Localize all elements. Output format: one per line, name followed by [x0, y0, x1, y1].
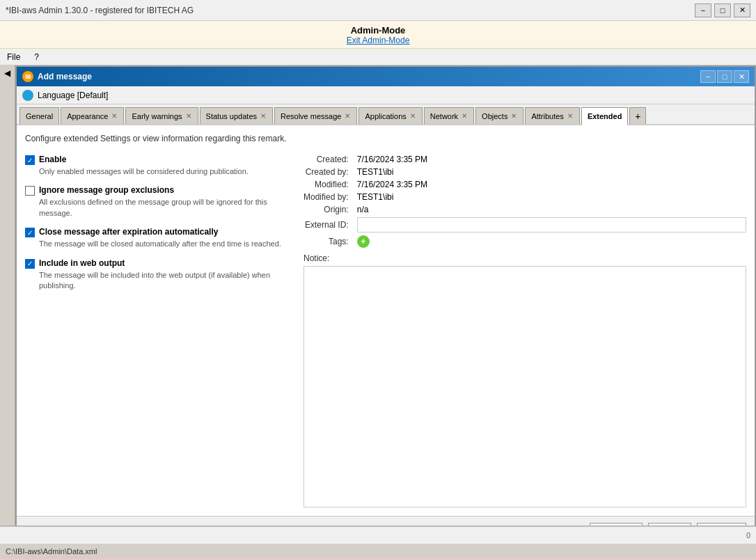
add-tag-button[interactable]: +: [357, 235, 370, 248]
tab-appearance-label: Appearance: [67, 112, 108, 120]
origin-label: Origin:: [304, 205, 349, 214]
tab-attributes-label: Attributes: [531, 112, 563, 120]
tab-objects-label: Objects: [482, 112, 507, 120]
external-id-input[interactable]: [357, 217, 746, 233]
close-expiration-checkbox[interactable]: [25, 228, 35, 237]
include-web-group: Include in web output The message will b…: [25, 258, 290, 292]
tab-early-warnings-label: Early warnings: [132, 112, 182, 120]
enable-checkbox[interactable]: [25, 155, 35, 165]
title-bar-text: *IBI-aws Admin 1.30.0 - registered for I…: [6, 6, 194, 15]
tab-resolve-message-label: Resolve message: [281, 112, 341, 120]
tab-early-warnings[interactable]: Early warnings ✕: [125, 107, 198, 124]
tab-network[interactable]: Network ✕: [424, 107, 474, 124]
include-web-label: Include in web output: [39, 258, 125, 268]
dialog-maximize-button[interactable]: □: [717, 70, 732, 83]
tab-applications[interactable]: Applications ✕: [359, 107, 422, 124]
admin-mode-title: Admin-Mode: [0, 25, 756, 36]
tab-applications-close[interactable]: ✕: [409, 112, 416, 120]
close-expiration-row: Close message after expiration automatic…: [25, 227, 290, 237]
language-text: Language [Default]: [38, 90, 108, 100]
tab-status-updates[interactable]: Status updates ✕: [200, 107, 273, 124]
tab-objects-close[interactable]: ✕: [510, 112, 517, 120]
dialog-title-bar: ✉ Add message − □ ✕: [17, 67, 755, 86]
tab-attributes[interactable]: Attributes ✕: [525, 107, 579, 124]
dialog-minimize-button[interactable]: −: [700, 70, 716, 83]
tab-extended-label: Extended: [588, 112, 622, 120]
tab-resolve-message[interactable]: Resolve message ✕: [274, 107, 357, 124]
dialog-icon: ✉: [22, 71, 33, 82]
created-by-label: Created by:: [304, 167, 349, 177]
tags-label: Tags:: [304, 237, 349, 246]
tab-resolve-message-close[interactable]: ✕: [344, 112, 351, 120]
created-by-value: TEST1\ibi: [357, 167, 746, 177]
modified-by-value: TEST1\ibi: [357, 192, 746, 202]
nav-arrow[interactable]: ◀: [4, 68, 10, 78]
notice-container: Notice:: [304, 253, 746, 507]
title-bar: *IBI-aws Admin 1.30.0 - registered for I…: [0, 0, 756, 21]
modified-value: 7/16/2024 3:35 PM: [357, 180, 746, 189]
enable-desc: Only enabled messages will be considered…: [39, 166, 290, 177]
language-icon: 🌐: [22, 90, 33, 101]
left-column: Enable Only enabled messages will be con…: [25, 155, 290, 507]
dialog-title-text: Add message: [38, 72, 92, 81]
include-web-desc: The message will be included into the we…: [39, 270, 290, 292]
ignore-exclusions-row: Ignore message group exclusions: [25, 185, 290, 196]
include-web-row: Include in web output: [25, 258, 290, 269]
created-value: 7/16/2024 3:35 PM: [357, 155, 746, 164]
dialog-window: ✉ Add message − □ ✕ 🌐 Language [Default]…: [15, 65, 756, 548]
modified-label: Modified:: [304, 180, 349, 189]
tab-network-label: Network: [430, 112, 458, 120]
enable-group: Enable Only enabled messages will be con…: [25, 155, 290, 177]
tab-objects[interactable]: Objects ✕: [475, 107, 523, 124]
tab-general-label: General: [26, 112, 53, 120]
tab-status-updates-close[interactable]: ✕: [260, 112, 267, 120]
notice-label: Notice:: [304, 253, 746, 263]
exit-admin-link[interactable]: Exit Admin-Mode: [0, 36, 756, 45]
admin-banner: Admin-Mode Exit Admin-Mode: [0, 21, 756, 49]
ignore-exclusions-checkbox[interactable]: [25, 186, 35, 196]
menu-bar: File ?: [0, 49, 756, 65]
close-expiration-label: Close message after expiration automatic…: [39, 227, 218, 237]
minimize-button[interactable]: −: [695, 3, 711, 17]
external-id-label: External ID:: [304, 220, 349, 230]
tab-early-warnings-close[interactable]: ✕: [185, 112, 192, 120]
tab-status-updates-label: Status updates: [206, 112, 257, 120]
file-menu[interactable]: File: [4, 51, 23, 63]
config-description: Configure extended Settings or view info…: [25, 134, 746, 143]
ignore-exclusions-group: Ignore message group exclusions All excl…: [25, 185, 290, 219]
help-menu[interactable]: ?: [31, 51, 42, 63]
maximize-button[interactable]: □: [714, 3, 731, 17]
content-area: Configure extended Settings or view info…: [17, 125, 755, 516]
scroll-bar-area: 0: [0, 526, 756, 544]
tab-appearance[interactable]: Appearance ✕: [61, 107, 124, 124]
tabs-container: General Appearance ✕ Early warnings ✕ St…: [17, 104, 755, 125]
right-column: Created: 7/16/2024 3:35 PM Created by: T…: [304, 155, 746, 507]
dialog-title-content: ✉ Add message: [22, 71, 92, 82]
tab-applications-label: Applications: [365, 112, 406, 120]
info-table: Created: 7/16/2024 3:35 PM Created by: T…: [304, 155, 746, 248]
content-columns: Enable Only enabled messages will be con…: [25, 155, 746, 507]
scroll-count: 0: [746, 531, 750, 540]
origin-value: n/a: [357, 205, 746, 214]
created-label: Created:: [304, 155, 349, 164]
dialog-title-buttons: − □ ✕: [700, 70, 749, 83]
dialog-close-button[interactable]: ✕: [734, 70, 749, 83]
close-expiration-group: Close message after expiration automatic…: [25, 227, 290, 249]
close-button[interactable]: ✕: [734, 3, 750, 17]
enable-row: Enable: [25, 155, 290, 165]
tab-attributes-close[interactable]: ✕: [567, 112, 574, 120]
title-bar-buttons: − □ ✕: [695, 3, 750, 17]
language-bar: 🌐 Language [Default]: [17, 86, 755, 104]
tab-appearance-close[interactable]: ✕: [111, 112, 118, 120]
tab-network-close[interactable]: ✕: [461, 112, 468, 120]
tab-add-button[interactable]: +: [629, 107, 646, 124]
status-path: C:\IBI-aws\Admin\Data.xml: [6, 547, 97, 556]
modified-by-label: Modified by:: [304, 192, 349, 202]
left-sidebar: ◀: [0, 65, 15, 548]
notice-textarea[interactable]: [304, 266, 746, 507]
include-web-checkbox[interactable]: [25, 259, 35, 269]
status-bar: C:\IBI-aws\Admin\Data.xml: [0, 544, 756, 559]
enable-label: Enable: [39, 155, 66, 164]
tab-extended[interactable]: Extended: [581, 107, 629, 125]
tab-general[interactable]: General: [19, 107, 59, 124]
